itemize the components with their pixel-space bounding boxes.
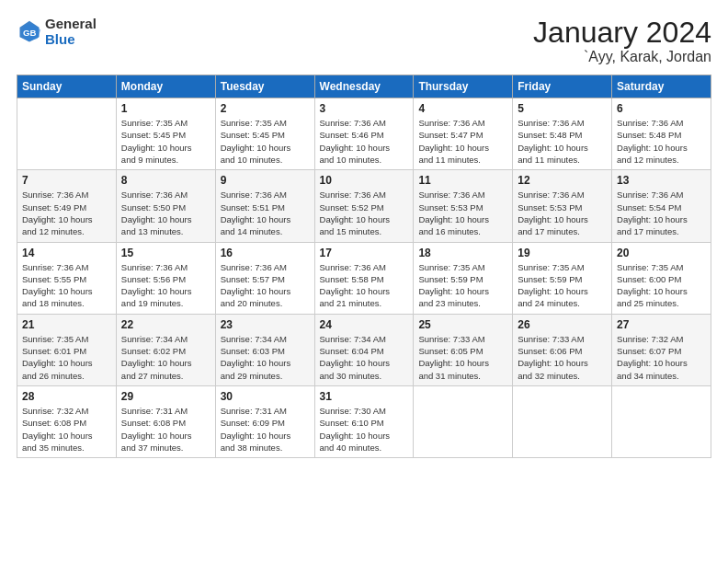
day-info: Sunrise: 7:33 AMSunset: 6:05 PMDaylight:… [418, 333, 507, 382]
calendar-cell: 1Sunrise: 7:35 AMSunset: 5:45 PMDaylight… [116, 98, 215, 170]
week-row-4: 21Sunrise: 7:35 AMSunset: 6:01 PMDayligh… [17, 314, 711, 385]
day-info: Sunrise: 7:35 AMSunset: 5:59 PMDaylight:… [518, 261, 607, 310]
day-info: Sunrise: 7:35 AMSunset: 6:00 PMDaylight:… [617, 261, 706, 310]
calendar-cell: 26Sunrise: 7:33 AMSunset: 6:06 PMDayligh… [513, 314, 612, 385]
day-info: Sunrise: 7:36 AMSunset: 5:48 PMDaylight:… [518, 117, 607, 166]
day-number: 5 [518, 102, 607, 115]
month-title: January 2024 [533, 17, 711, 49]
day-number: 11 [418, 174, 507, 187]
day-number: 13 [617, 174, 706, 187]
day-info: Sunrise: 7:36 AMSunset: 5:53 PMDaylight:… [418, 189, 507, 237]
calendar-cell: 14Sunrise: 7:36 AMSunset: 5:55 PMDayligh… [17, 242, 117, 314]
calendar-cell: 18Sunrise: 7:35 AMSunset: 5:59 PMDayligh… [414, 242, 513, 314]
day-info: Sunrise: 7:30 AMSunset: 6:10 PMDaylight:… [320, 405, 409, 454]
day-info: Sunrise: 7:36 AMSunset: 5:46 PMDaylight:… [320, 117, 409, 166]
day-info: Sunrise: 7:35 AMSunset: 6:01 PMDaylight:… [22, 333, 111, 382]
day-number: 23 [221, 318, 310, 331]
calendar-cell [513, 385, 612, 457]
day-info: Sunrise: 7:35 AMSunset: 5:59 PMDaylight:… [418, 261, 507, 310]
day-info: Sunrise: 7:36 AMSunset: 5:55 PMDaylight:… [22, 261, 111, 310]
svg-text:GB: GB [23, 28, 36, 38]
calendar-cell: 8Sunrise: 7:36 AMSunset: 5:50 PMDaylight… [116, 170, 215, 242]
day-info: Sunrise: 7:34 AMSunset: 6:04 PMDaylight:… [320, 333, 409, 382]
calendar-cell: 31Sunrise: 7:30 AMSunset: 6:10 PMDayligh… [314, 385, 414, 457]
day-number: 1 [121, 102, 210, 115]
day-number: 20 [617, 247, 706, 259]
day-number: 17 [320, 247, 409, 259]
day-info: Sunrise: 7:36 AMSunset: 5:50 PMDaylight:… [121, 189, 210, 237]
day-number: 12 [518, 174, 607, 187]
calendar-cell: 10Sunrise: 7:36 AMSunset: 5:52 PMDayligh… [314, 170, 414, 242]
title-area: January 2024 `Ayy, Karak, Jordan [533, 17, 711, 65]
day-number: 7 [22, 174, 111, 187]
calendar-cell: 17Sunrise: 7:36 AMSunset: 5:58 PMDayligh… [314, 242, 414, 314]
calendar-cell: 25Sunrise: 7:33 AMSunset: 6:05 PMDayligh… [414, 314, 513, 385]
week-row-5: 28Sunrise: 7:32 AMSunset: 6:08 PMDayligh… [17, 385, 711, 457]
day-info: Sunrise: 7:35 AMSunset: 5:45 PMDaylight:… [221, 117, 310, 166]
header: GB General Blue January 2024 `Ayy, Karak… [17, 17, 711, 65]
calendar-cell: 9Sunrise: 7:36 AMSunset: 5:51 PMDaylight… [215, 170, 314, 242]
day-info: Sunrise: 7:32 AMSunset: 6:08 PMDaylight:… [22, 405, 111, 454]
day-number: 26 [518, 318, 607, 331]
week-row-1: 1Sunrise: 7:35 AMSunset: 5:45 PMDaylight… [17, 98, 711, 170]
col-header-wednesday: Wednesday [314, 75, 414, 98]
day-info: Sunrise: 7:36 AMSunset: 5:58 PMDaylight:… [320, 261, 409, 310]
calendar-cell: 20Sunrise: 7:35 AMSunset: 6:00 PMDayligh… [612, 242, 711, 314]
calendar-cell [414, 385, 513, 457]
day-number: 30 [221, 390, 310, 403]
col-header-saturday: Saturday [612, 75, 711, 98]
logo-icon: GB [17, 19, 42, 45]
calendar-cell [17, 98, 117, 170]
day-info: Sunrise: 7:36 AMSunset: 5:54 PMDaylight:… [617, 189, 706, 237]
calendar-cell: 19Sunrise: 7:35 AMSunset: 5:59 PMDayligh… [513, 242, 612, 314]
calendar-cell: 6Sunrise: 7:36 AMSunset: 5:48 PMDaylight… [612, 98, 711, 170]
day-number: 27 [617, 318, 706, 331]
day-info: Sunrise: 7:36 AMSunset: 5:56 PMDaylight:… [121, 261, 210, 310]
col-header-friday: Friday [513, 75, 612, 98]
day-info: Sunrise: 7:36 AMSunset: 5:47 PMDaylight:… [418, 117, 507, 166]
header-row: SundayMondayTuesdayWednesdayThursdayFrid… [17, 75, 711, 98]
day-number: 22 [121, 318, 210, 331]
day-info: Sunrise: 7:31 AMSunset: 6:08 PMDaylight:… [121, 405, 210, 454]
day-info: Sunrise: 7:35 AMSunset: 5:45 PMDaylight:… [121, 117, 210, 166]
calendar-cell: 24Sunrise: 7:34 AMSunset: 6:04 PMDayligh… [314, 314, 414, 385]
location: `Ayy, Karak, Jordan [533, 49, 711, 65]
calendar-cell: 30Sunrise: 7:31 AMSunset: 6:09 PMDayligh… [215, 385, 314, 457]
day-info: Sunrise: 7:36 AMSunset: 5:52 PMDaylight:… [320, 189, 409, 237]
calendar-cell: 22Sunrise: 7:34 AMSunset: 6:02 PMDayligh… [116, 314, 215, 385]
calendar-cell: 29Sunrise: 7:31 AMSunset: 6:08 PMDayligh… [116, 385, 215, 457]
day-number: 10 [320, 174, 409, 187]
day-number: 14 [22, 247, 111, 259]
day-number: 9 [221, 174, 310, 187]
day-number: 4 [418, 102, 507, 115]
calendar-cell: 16Sunrise: 7:36 AMSunset: 5:57 PMDayligh… [215, 242, 314, 314]
calendar-cell: 7Sunrise: 7:36 AMSunset: 5:49 PMDaylight… [17, 170, 117, 242]
logo-general: General [45, 17, 97, 32]
day-info: Sunrise: 7:36 AMSunset: 5:49 PMDaylight:… [22, 189, 111, 237]
day-number: 31 [320, 390, 409, 403]
calendar-cell: 23Sunrise: 7:34 AMSunset: 6:03 PMDayligh… [215, 314, 314, 385]
calendar-cell [612, 385, 711, 457]
calendar-table: SundayMondayTuesdayWednesdayThursdayFrid… [17, 75, 711, 458]
logo: GB General Blue [17, 17, 97, 47]
day-number: 19 [518, 247, 607, 259]
day-number: 2 [221, 102, 310, 115]
day-info: Sunrise: 7:34 AMSunset: 6:03 PMDaylight:… [221, 333, 310, 382]
day-number: 15 [121, 247, 210, 259]
col-header-sunday: Sunday [17, 75, 117, 98]
day-number: 21 [22, 318, 111, 331]
day-number: 24 [320, 318, 409, 331]
calendar-cell: 5Sunrise: 7:36 AMSunset: 5:48 PMDaylight… [513, 98, 612, 170]
col-header-thursday: Thursday [414, 75, 513, 98]
calendar-cell: 27Sunrise: 7:32 AMSunset: 6:07 PMDayligh… [612, 314, 711, 385]
day-info: Sunrise: 7:34 AMSunset: 6:02 PMDaylight:… [121, 333, 210, 382]
day-number: 6 [617, 102, 706, 115]
col-header-tuesday: Tuesday [215, 75, 314, 98]
day-number: 18 [418, 247, 507, 259]
calendar-cell: 2Sunrise: 7:35 AMSunset: 5:45 PMDaylight… [215, 98, 314, 170]
day-info: Sunrise: 7:32 AMSunset: 6:07 PMDaylight:… [617, 333, 706, 382]
calendar-cell: 15Sunrise: 7:36 AMSunset: 5:56 PMDayligh… [116, 242, 215, 314]
day-number: 3 [320, 102, 409, 115]
calendar-cell: 3Sunrise: 7:36 AMSunset: 5:46 PMDaylight… [314, 98, 414, 170]
page: GB General Blue January 2024 `Ayy, Karak… [0, 0, 728, 563]
